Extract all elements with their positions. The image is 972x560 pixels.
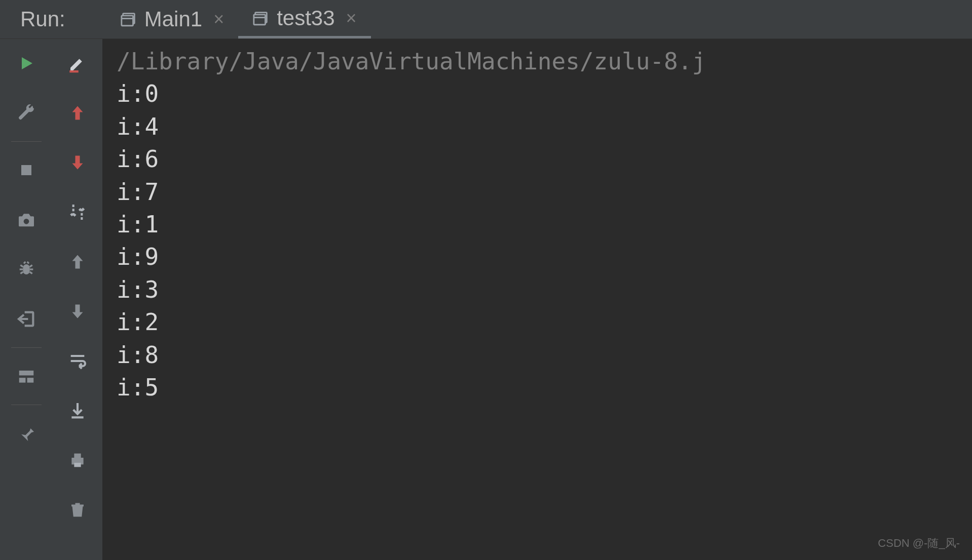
svg-rect-14 — [19, 371, 34, 376]
print-button[interactable] — [65, 448, 90, 472]
output-line: i:8 — [117, 339, 958, 371]
pin-button[interactable] — [14, 421, 39, 446]
output-line: i:3 — [117, 273, 958, 306]
up-button[interactable] — [65, 250, 90, 274]
run-header: Run: Main1 × test33 × — [0, 0, 972, 39]
tab-main1[interactable]: Main1 × — [106, 0, 238, 38]
tab-label: Main1 — [144, 7, 202, 31]
soft-wrap-button[interactable] — [65, 349, 90, 373]
toolbar-left — [0, 39, 53, 560]
svg-rect-19 — [74, 454, 81, 458]
trash-button[interactable] — [65, 498, 90, 522]
bug-button[interactable] — [14, 257, 39, 282]
output-line: i:9 — [117, 241, 958, 273]
tab-test33[interactable]: test33 × — [238, 0, 370, 38]
rerun-button[interactable] — [14, 51, 39, 75]
svg-rect-6 — [21, 165, 31, 175]
svg-point-7 — [24, 219, 29, 224]
svg-line-11 — [30, 265, 32, 267]
run-label: Run: — [20, 7, 65, 31]
down-button[interactable] — [65, 299, 90, 324]
output-line: i:5 — [117, 371, 958, 404]
scroll-to-end-button[interactable] — [65, 398, 90, 423]
console-output[interactable]: /Library/Java/JavaVirtualMachines/zulu-8… — [102, 39, 972, 560]
camera-button[interactable] — [14, 208, 39, 232]
tab-label: test33 — [277, 6, 334, 30]
exit-button[interactable] — [14, 307, 39, 331]
divider — [11, 347, 42, 348]
watermark: CSDN @-随_风- — [878, 536, 960, 551]
svg-rect-16 — [27, 378, 34, 383]
divider — [11, 141, 42, 142]
toolbar-right — [53, 39, 102, 560]
output-line: i:4 — [117, 110, 958, 143]
up-stack-button[interactable] — [65, 101, 90, 125]
svg-rect-22 — [76, 503, 80, 505]
output-line: i:7 — [117, 176, 958, 208]
divider — [11, 405, 42, 405]
output-line: i:6 — [117, 143, 958, 175]
sort-button[interactable] — [65, 200, 90, 224]
svg-rect-15 — [19, 378, 26, 383]
close-icon[interactable]: × — [213, 9, 224, 30]
wrench-button[interactable] — [14, 101, 39, 125]
svg-rect-20 — [74, 463, 81, 467]
command-line: /Library/Java/JavaVirtualMachines/zulu-8… — [117, 45, 958, 77]
svg-rect-4 — [254, 14, 266, 24]
output-line: i:1 — [117, 208, 958, 241]
output-line: i:2 — [117, 306, 958, 338]
svg-line-13 — [30, 272, 32, 273]
layout-button[interactable] — [14, 364, 39, 388]
close-icon[interactable]: × — [346, 8, 357, 29]
window-icon — [120, 11, 137, 28]
svg-line-10 — [20, 265, 23, 267]
output-line: i:0 — [117, 77, 958, 110]
window-icon — [252, 10, 270, 27]
svg-line-12 — [20, 272, 23, 273]
svg-rect-17 — [69, 70, 79, 72]
down-stack-button[interactable] — [65, 150, 90, 175]
edit-button[interactable] — [65, 51, 90, 75]
svg-rect-1 — [122, 16, 133, 26]
stop-button[interactable] — [14, 158, 39, 182]
